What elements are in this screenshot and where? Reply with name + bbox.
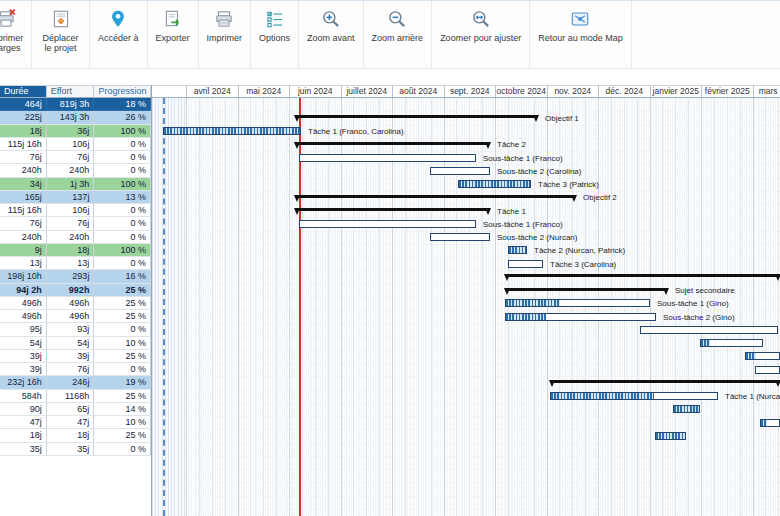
cell-progression: 100 % [94, 178, 151, 191]
month-header-fevrier-2025[interactable]: février 2025 [701, 86, 753, 98]
gantt-task-bar[interactable] [700, 339, 763, 347]
gantt-summary-bar[interactable] [295, 115, 538, 118]
column-header-progression[interactable]: Progression [94, 86, 151, 97]
gantt-task-bar[interactable] [508, 260, 543, 268]
cell-duree: 464j [0, 98, 47, 111]
table-row[interactable]: 54j54j10 % [0, 337, 151, 350]
table-row[interactable]: 39j76j0 % [0, 363, 151, 376]
gantt-task-bar[interactable] [505, 299, 650, 307]
month-header-juillet-2024[interactable]: juillet 2024 [341, 86, 393, 98]
table-row[interactable]: 165j137j13 % [0, 191, 151, 204]
table-row[interactable]: 39j39j25 % [0, 350, 151, 363]
cell-effort: 18j [47, 429, 95, 442]
bar-label: Sous-tâche 2 (Nurcan) [497, 232, 577, 243]
cell-effort: 819j 3h [47, 98, 95, 111]
table-row[interactable]: 47j47j10 % [0, 416, 151, 429]
gantt-task-bar[interactable] [655, 432, 686, 440]
gantt-task-bar[interactable] [299, 154, 476, 162]
column-header-duree[interactable]: Durée [0, 86, 47, 97]
table-row[interactable]: 76j76j0 % [0, 217, 151, 230]
gantt-summary-bar[interactable] [550, 380, 780, 383]
column-header-effort[interactable]: Effort [47, 86, 95, 97]
table-row[interactable]: 18j18j25 % [0, 429, 151, 442]
timeline-header: avril 2024mai 2024juin 2024juillet 2024a… [152, 85, 780, 98]
grid-header: DuréeEffortProgression [0, 85, 151, 98]
toolbar-button-exporter[interactable]: Exporter [148, 1, 199, 68]
gantt-summary-bar[interactable] [295, 208, 490, 211]
cell-effort: 93j [47, 323, 95, 336]
table-row[interactable]: 94j 2h992h25 % [0, 284, 151, 297]
gantt-task-bar[interactable] [163, 127, 301, 135]
cell-effort: 1168h [47, 390, 95, 403]
toolbar-button-retour-au-mode-map[interactable]: Retour au mode Map [530, 1, 632, 68]
gantt-task-bar[interactable] [755, 366, 780, 374]
table-row[interactable]: 13j13j0 % [0, 257, 151, 270]
gantt-task-bar[interactable] [430, 167, 490, 175]
toolbar-button-acceder-a[interactable]: Accéder à [90, 1, 148, 68]
cell-duree: 18j [0, 125, 47, 138]
gantt-task-bar[interactable] [508, 246, 527, 254]
gantt-task-bar[interactable] [299, 220, 476, 228]
cell-duree: 115j 16h [0, 204, 47, 217]
toolbar-button-deplacer-le-projet[interactable]: Déplacer le projet [32, 1, 90, 68]
table-row[interactable]: 232j 16h246j19 % [0, 376, 151, 389]
table-row[interactable]: 115j 16h106j0 % [0, 138, 151, 151]
month-header-nov-2024[interactable]: nov. 2024 [547, 86, 599, 98]
gantt-summary-bar[interactable] [295, 142, 490, 145]
bar-label: Tâche 3 (Carolina) [550, 259, 616, 270]
table-row[interactable]: 95j93j0 % [0, 323, 151, 336]
toolbar-button-imprimer-marges[interactable]: Imprimer marges [0, 1, 32, 68]
toolbar-button-zoom-avant[interactable]: Zoom avant [299, 1, 364, 68]
month-header-mars-2025[interactable]: mars 2025 [753, 86, 780, 98]
table-row[interactable]: 464j819j 3h18 % [0, 98, 151, 111]
toolbar-button-imprimer[interactable]: Imprimer [199, 1, 252, 68]
toolbar-button-zoomer-pour-ajuster[interactable]: Zoomer pour ajuster [432, 1, 530, 68]
gantt-task-bar[interactable] [673, 405, 700, 413]
cell-duree: 240h [0, 164, 47, 177]
toolbar-button-zoom-arriere[interactable]: Zoom arrière [364, 1, 433, 68]
month-header-mai-2024[interactable]: mai 2024 [238, 86, 290, 98]
table-row[interactable]: 496h496h25 % [0, 297, 151, 310]
cell-progression: 0 % [94, 257, 151, 270]
month-header-janvier-2025[interactable]: janvier 2025 [650, 86, 702, 98]
table-row[interactable]: 240h240h0 % [0, 164, 151, 177]
table-row[interactable]: 35j35j0 % [0, 443, 151, 456]
gantt-body[interactable]: Objectif 1Tâche 1 (Franco, Carolina)Tâch… [152, 98, 780, 516]
table-row[interactable]: 115j 16h106j0 % [0, 204, 151, 217]
cell-duree: 47j [0, 416, 47, 429]
toolbar-button-options[interactable]: Options [251, 1, 299, 68]
month-header-aout-2024[interactable]: août 2024 [392, 86, 444, 98]
table-row[interactable]: 9j18j100 % [0, 244, 151, 257]
table-row[interactable]: 225j143j 3h26 % [0, 111, 151, 124]
bar-label: Sujet secondaire [675, 285, 735, 296]
month-header-avril-2024[interactable]: avril 2024 [186, 86, 238, 98]
gantt-task-bar[interactable] [430, 233, 490, 241]
table-row[interactable]: 584h1168h25 % [0, 390, 151, 403]
cell-effort: 106j [47, 204, 95, 217]
toolbar-button-label: Exporter [156, 33, 190, 43]
table-row[interactable]: 34j1j 3h100 % [0, 178, 151, 191]
cell-effort: 143j 3h [47, 111, 95, 124]
gantt-task-bar[interactable] [505, 313, 656, 321]
table-row[interactable]: 90j65j14 % [0, 403, 151, 416]
table-row[interactable]: 496h496h25 % [0, 310, 151, 323]
gantt-summary-bar[interactable] [505, 288, 668, 291]
table-row[interactable]: 76j76j0 % [0, 151, 151, 164]
gantt-task-bar[interactable] [760, 419, 780, 427]
grid-body: 464j819j 3h18 %225j143j 3h26 %18j36j100 … [0, 98, 151, 456]
gantt-summary-bar[interactable] [505, 274, 780, 277]
month-header-sept-2024[interactable]: sept. 2024 [444, 86, 496, 98]
cell-duree: 165j [0, 191, 47, 204]
month-header-dec-2024[interactable]: déc. 2024 [598, 86, 650, 98]
gantt-task-bar[interactable] [458, 180, 531, 188]
cell-duree: 18j [0, 429, 47, 442]
gantt-task-bar[interactable] [550, 392, 718, 400]
gantt-task-bar[interactable] [640, 326, 778, 334]
month-header-juin-2024[interactable]: juin 2024 [289, 86, 341, 98]
gantt-summary-bar[interactable] [295, 195, 576, 198]
gantt-task-bar[interactable] [745, 352, 780, 360]
table-row[interactable]: 18j36j100 % [0, 125, 151, 138]
table-row[interactable]: 240h240h0 % [0, 231, 151, 244]
table-row[interactable]: 198j 10h293j16 % [0, 270, 151, 283]
month-header-octobre-2024[interactable]: octobre 2024 [495, 86, 547, 98]
